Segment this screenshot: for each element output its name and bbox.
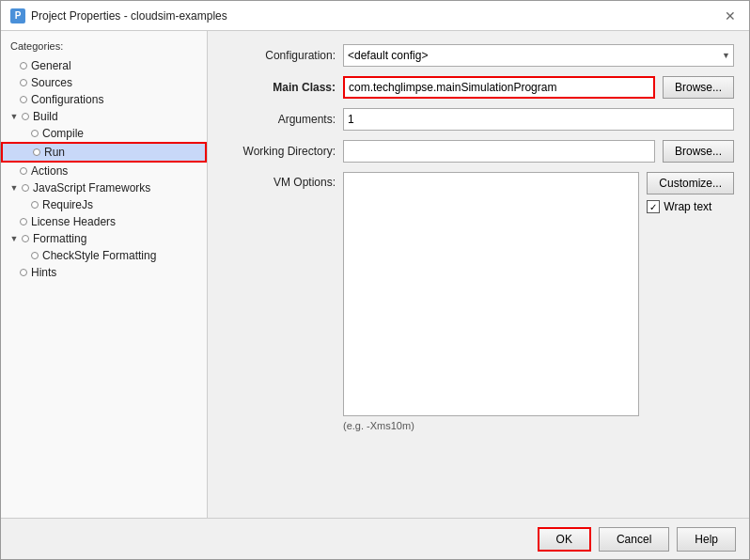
- dot-icon: [33, 148, 40, 156]
- sidebar-item-actions[interactable]: Actions: [1, 163, 207, 179]
- wrap-text-checkbox[interactable]: ✓: [647, 200, 660, 213]
- sidebar-item-label: Actions: [31, 164, 68, 178]
- sidebar-item-general[interactable]: General: [1, 57, 207, 74]
- sidebar-item-run[interactable]: Run: [1, 142, 207, 163]
- dot-icon: [20, 96, 27, 103]
- working-dir-input[interactable]: [343, 140, 655, 163]
- sidebar-item-label: General: [31, 59, 71, 72]
- categories-header: Categories:: [1, 39, 207, 57]
- dot-icon: [20, 79, 27, 86]
- customize-button[interactable]: Customize...: [647, 172, 734, 194]
- configuration-select[interactable]: <default config>: [343, 44, 734, 67]
- dialog-footer: OK Cancel Help: [1, 518, 749, 559]
- arguments-value: 1: [343, 108, 734, 131]
- main-class-input[interactable]: [343, 76, 655, 99]
- dot-icon: [20, 218, 27, 226]
- title-bar-left: P Project Properties - cloudsim-examples: [10, 8, 227, 23]
- sidebar-item-build[interactable]: ▼ Build: [1, 108, 207, 125]
- dot-icon: [20, 62, 27, 70]
- sidebar-item-configurations[interactable]: Configurations: [1, 91, 207, 108]
- sidebar-item-checkstyle[interactable]: CheckStyle Formatting: [1, 247, 207, 264]
- main-class-label: Main Class:: [223, 81, 336, 94]
- sidebar-item-formatting[interactable]: ▼ Formatting: [1, 230, 207, 247]
- title-bar: P Project Properties - cloudsim-examples…: [1, 1, 749, 31]
- close-button[interactable]: ✕: [721, 7, 740, 25]
- sidebar-item-label: CheckStyle Formatting: [42, 249, 156, 262]
- sidebar-item-label: License Headers: [31, 215, 116, 228]
- wrap-text-label: Wrap text: [664, 200, 711, 213]
- sidebar-item-requirejs[interactable]: RequireJs: [1, 196, 207, 213]
- dot-icon: [22, 235, 29, 242]
- dot-icon: [31, 201, 39, 209]
- project-properties-dialog: P Project Properties - cloudsim-examples…: [0, 0, 750, 560]
- configuration-select-wrapper: <default config> ▼: [343, 44, 734, 67]
- vm-side-buttons: Customize... ✓ Wrap text: [647, 172, 734, 213]
- vm-options-right: (e.g. -Xms10m): [343, 172, 639, 431]
- sidebar-item-label: RequireJs: [42, 198, 93, 211]
- sidebar-item-label: Configurations: [31, 93, 103, 106]
- sidebar-item-compile[interactable]: Compile: [1, 125, 207, 142]
- sidebar-item-label: JavaScript Frameworks: [33, 181, 150, 194]
- working-dir-row: Working Directory: Browse...: [223, 140, 734, 163]
- expand-icon: ▼: [8, 111, 20, 122]
- configuration-row: Configuration: <default config> ▼: [223, 44, 734, 67]
- dot-icon: [20, 167, 27, 175]
- wrap-text-row: ✓ Wrap text: [647, 200, 734, 213]
- dialog-body: Categories: General Sources Configuratio…: [1, 31, 749, 518]
- working-dir-browse-button[interactable]: Browse...: [663, 140, 734, 163]
- dot-icon: [20, 269, 27, 276]
- arguments-label: Arguments:: [223, 113, 336, 126]
- main-class-row: Main Class: Browse...: [223, 76, 734, 99]
- sidebar-item-label: Build: [33, 110, 58, 123]
- ok-button[interactable]: OK: [538, 527, 591, 552]
- expand-icon: ▼: [8, 182, 20, 194]
- sidebar-item-label: Compile: [42, 127, 84, 140]
- sidebar-item-sources[interactable]: Sources: [1, 74, 207, 91]
- arguments-row: Arguments: 1: [223, 108, 734, 131]
- working-dir-label: Working Directory:: [223, 145, 336, 158]
- help-button[interactable]: Help: [677, 527, 736, 552]
- dot-icon: [31, 252, 39, 259]
- dot-icon: [31, 130, 39, 137]
- configuration-label: Configuration:: [223, 49, 336, 62]
- vm-options-section: VM Options: (e.g. -Xms10m) Customize... …: [223, 172, 734, 431]
- dot-icon: [22, 113, 29, 120]
- expand-icon: ▼: [8, 233, 20, 244]
- vm-options-label: VM Options:: [223, 172, 336, 189]
- main-panel: Configuration: <default config> ▼ Main C…: [208, 31, 749, 518]
- cancel-button[interactable]: Cancel: [599, 527, 669, 552]
- dialog-title: Project Properties - cloudsim-examples: [31, 9, 227, 23]
- dot-icon: [22, 184, 29, 192]
- vm-options-textarea[interactable]: [343, 172, 639, 416]
- sidebar-item-label: Sources: [31, 76, 72, 89]
- sidebar-item-label: Hints: [31, 266, 56, 279]
- sidebar-item-label: Formatting: [33, 232, 86, 245]
- sidebar: Categories: General Sources Configuratio…: [1, 31, 208, 518]
- sidebar-item-label: Run: [44, 146, 65, 159]
- sidebar-item-hints[interactable]: Hints: [1, 264, 207, 281]
- dialog-icon: P: [10, 8, 25, 23]
- vm-options-hint: (e.g. -Xms10m): [343, 420, 639, 431]
- main-class-browse-button[interactable]: Browse...: [663, 76, 734, 99]
- sidebar-item-license-headers[interactable]: License Headers: [1, 213, 207, 230]
- sidebar-item-js-frameworks[interactable]: ▼ JavaScript Frameworks: [1, 179, 207, 196]
